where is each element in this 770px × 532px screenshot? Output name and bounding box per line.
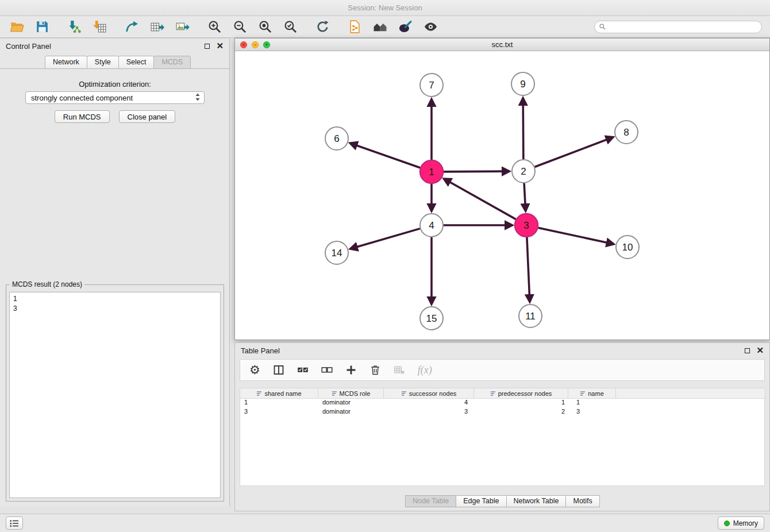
graph-node-2[interactable]: 2 [512,160,535,183]
close-window-icon[interactable]: × [240,41,247,48]
graph-node-10[interactable]: 10 [616,236,639,259]
table-cell-mcds_role[interactable]: dominator [319,399,385,408]
graph-node-14[interactable]: 14 [325,241,348,264]
float-panel-icon[interactable] [745,348,750,353]
run-mcds-button[interactable]: Run MCDS [55,110,110,123]
control-panel-title: Control Panel [6,42,51,51]
column-header-successor-nodes[interactable]: successor nodes [383,388,474,399]
mcds-result-line: 3 [13,304,217,314]
column-header-predecessor-nodes[interactable]: predecessor nodes [473,388,568,399]
graph-edge-4-14[interactable] [351,229,420,249]
task-history-button[interactable] [6,516,23,530]
memory-button[interactable]: Memory [718,516,764,530]
table-panel: Table Panel ✕ ⚙ f(x) shared name [234,342,770,511]
network-window-titlebar[interactable]: × − + scc.txt [235,38,769,51]
tab-edge-table[interactable]: Edge Table [456,495,506,507]
mcds-result-line: 1 [13,294,217,304]
refresh-layout-icon[interactable] [311,18,333,36]
zoom-fit-icon[interactable] [254,18,276,36]
float-panel-icon[interactable] [205,44,210,49]
graph-node-9[interactable]: 9 [511,72,534,95]
delete-row-icon[interactable] [369,364,381,376]
graph-edge-2-8[interactable] [535,137,613,167]
minimize-window-icon[interactable]: − [252,41,259,48]
deselect-all-icon[interactable] [321,364,333,376]
close-panel-icon[interactable]: ✕ [756,347,764,354]
graph-edge-3-10[interactable] [538,228,614,244]
tab-motifs[interactable]: Motifs [565,495,599,507]
graph-node-11[interactable]: 11 [519,304,542,327]
table-row[interactable]: 3dominator323 [240,408,764,417]
annotations-icon[interactable] [394,18,416,36]
save-icon[interactable] [31,18,53,36]
table-cell-predecessor_nodes[interactable]: 1 [476,399,571,408]
graph-node-3[interactable]: 3 [515,214,538,237]
graph-node-15[interactable]: 15 [420,307,443,330]
table-cell-mcds_role[interactable]: dominator [319,408,385,417]
graph-node-6[interactable]: 6 [325,127,348,150]
function-builder-icon[interactable]: f(x) [418,364,432,376]
table-settings-icon[interactable]: ⚙ [249,364,260,376]
first-neighbors-icon[interactable] [369,18,391,36]
split-panel-icon[interactable] [273,364,284,376]
export-table-icon[interactable] [146,18,168,36]
clone-network-icon[interactable] [344,18,365,36]
svg-text:8: 8 [623,127,629,138]
graph-node-7[interactable]: 7 [420,74,443,97]
tab-select[interactable]: Select [118,56,155,69]
graph-node-8[interactable]: 8 [615,121,638,144]
import-network-from-file-icon[interactable] [63,18,85,36]
sort-icon [490,391,496,396]
control-panel-tabs: Network Style Select MCDS [0,56,229,69]
graph-node-1[interactable]: 1 [420,160,443,183]
search-input[interactable] [609,23,757,31]
tab-mcds[interactable]: MCDS [153,56,191,69]
show-hide-details-icon[interactable] [419,18,441,36]
search-field[interactable] [594,21,762,33]
table-cell-shared_name[interactable]: 1 [240,399,319,408]
export-image-icon[interactable] [171,18,193,36]
sort-icon [580,391,586,396]
mcds-result-list[interactable]: 1 3 [9,292,221,498]
graph-edge-3-11[interactable] [527,237,530,302]
table-cell-shared_name[interactable]: 3 [240,408,319,417]
select-all-icon[interactable] [297,364,309,376]
open-file-icon[interactable] [6,18,28,36]
tab-node-table[interactable]: Node Table [405,495,456,507]
table-cell-predecessor_nodes[interactable]: 2 [476,408,571,417]
table-row[interactable]: 1dominator411 [240,399,764,408]
tab-style[interactable]: Style [87,56,119,69]
svg-text:9: 9 [520,79,525,90]
network-canvas[interactable]: 7968124314101511 [235,51,769,340]
import-table-from-file-icon[interactable] [88,18,110,36]
add-row-icon[interactable] [345,364,357,376]
zoom-selected-icon[interactable] [279,18,301,36]
network-window-title: scc.txt [492,40,513,49]
close-panel-icon[interactable]: ✕ [216,43,224,49]
table-cell-successor_nodes[interactable]: 3 [385,408,476,417]
column-header-name[interactable]: name [568,388,616,399]
delete-table-icon[interactable] [394,364,405,376]
column-header-shared-name[interactable]: shared name [240,388,318,399]
maximize-window-icon[interactable]: + [263,41,270,48]
new-network-icon[interactable] [121,18,143,36]
tab-network[interactable]: Network [45,56,87,69]
tab-network-table[interactable]: Network Table [506,495,567,507]
zoom-in-icon[interactable] [203,18,225,36]
table-cell-name[interactable]: 3 [571,408,619,417]
svg-text:4: 4 [429,220,434,231]
column-label: shared name [264,390,301,397]
graph-edge-3-1[interactable] [444,179,516,219]
close-panel-button[interactable]: Close panel [119,110,176,123]
zoom-out-icon[interactable] [229,18,251,36]
graph-edge-2-3[interactable] [524,183,526,211]
table-cell-successor_nodes[interactable]: 4 [385,399,476,408]
search-icon [599,23,606,30]
graph-edge-1-2[interactable] [444,171,509,172]
criterion-dropdown[interactable]: strongly connected component [25,91,205,104]
column-header-mcds-role[interactable]: MCDS role [318,388,384,399]
graph-edge-2-9[interactable] [523,98,523,159]
graph-edge-1-6[interactable] [351,143,421,168]
graph-node-4[interactable]: 4 [420,214,443,237]
table-cell-name[interactable]: 1 [571,399,619,408]
